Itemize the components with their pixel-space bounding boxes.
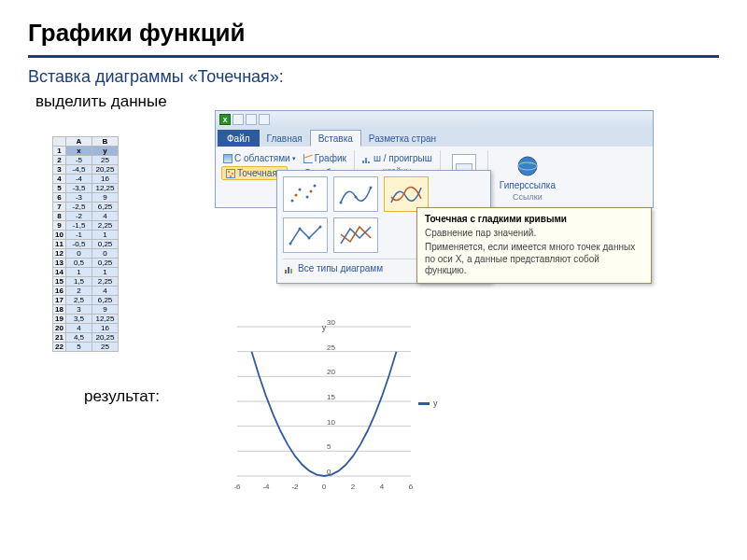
svg-point-14 — [319, 226, 322, 229]
sparkline-winloss-button[interactable]: ш / проигрыш — [360, 152, 434, 164]
svg-text:0: 0 — [322, 483, 327, 491]
hyperlink-button[interactable]: Гиперссылка — [494, 152, 561, 192]
svg-point-7 — [310, 190, 313, 193]
globe-icon — [515, 154, 540, 178]
result-chart: 051015202530-6-4-20246yy — [215, 317, 458, 495]
svg-text:2: 2 — [351, 483, 356, 491]
svg-point-12 — [299, 228, 302, 231]
svg-text:4: 4 — [380, 483, 385, 491]
result-label: результат: — [84, 387, 160, 406]
scatter-markers-option[interactable] — [283, 176, 328, 212]
svg-point-11 — [289, 243, 292, 245]
svg-point-4 — [306, 196, 309, 199]
svg-text:-4: -4 — [262, 483, 270, 491]
svg-text:y: y — [433, 399, 438, 408]
tab-insert[interactable]: Вставка — [310, 130, 361, 147]
line-chart-icon — [303, 154, 313, 163]
step-select-data: выделить данные — [35, 92, 719, 111]
col-header-a: A — [66, 137, 92, 147]
tooltip-subtitle: Сравнение пар значений. — [425, 228, 643, 238]
qat-redo-icon[interactable] — [259, 114, 270, 125]
excel-data-table: A B 1xy 2-525 3-4,520,25 4-416 5-3,512,2… — [52, 136, 119, 352]
chart-line-button[interactable]: График — [302, 152, 348, 164]
col-header-b: B — [92, 137, 119, 147]
svg-text:30: 30 — [327, 318, 335, 327]
svg-text:5: 5 — [327, 442, 331, 451]
svg-point-9 — [355, 196, 358, 199]
subtitle: Вставка диаграммы «Точечная»: — [28, 67, 719, 87]
svg-point-5 — [314, 185, 317, 188]
links-group-label: Ссылки — [494, 192, 561, 202]
scatter-straight-markers-option[interactable] — [283, 217, 328, 253]
svg-text:10: 10 — [327, 418, 335, 427]
svg-point-13 — [308, 237, 311, 240]
ribbon-group-links: Гиперссылка Ссылки — [492, 150, 567, 203]
qat-undo-icon[interactable] — [246, 114, 257, 125]
svg-text:6: 6 — [409, 483, 414, 491]
chart-type-tooltip: Точечная с гладкими кривыми Сравнение па… — [416, 207, 652, 284]
svg-point-8 — [340, 202, 343, 204]
all-charts-icon — [285, 264, 294, 273]
tab-page-layout[interactable]: Разметка стран — [361, 130, 444, 147]
tooltip-body: Применяется, если имеется много точек да… — [425, 242, 643, 277]
scatter-chart-icon — [226, 169, 235, 178]
chart-area-button[interactable]: С областями▾ — [221, 152, 298, 164]
svg-text:20: 20 — [327, 368, 335, 376]
scatter-smooth-markers-option[interactable] — [333, 176, 378, 212]
svg-point-6 — [295, 194, 298, 197]
tab-home[interactable]: Главная — [260, 130, 310, 147]
tab-file[interactable]: Файл — [218, 130, 260, 147]
svg-text:y: y — [322, 323, 327, 332]
chevron-down-icon: ▾ — [292, 155, 296, 162]
svg-point-2 — [291, 200, 294, 203]
area-chart-icon — [223, 154, 233, 163]
winloss-icon — [362, 154, 372, 163]
title-underline — [28, 55, 719, 58]
scatter-straight-option[interactable] — [333, 217, 378, 253]
excel-app-icon: X — [219, 114, 231, 125]
slide-title: Графики функций — [28, 19, 719, 48]
svg-text:25: 25 — [327, 343, 335, 352]
svg-point-0 — [518, 157, 537, 175]
svg-point-3 — [299, 189, 302, 191]
svg-text:-2: -2 — [291, 483, 299, 491]
svg-rect-37 — [418, 402, 430, 405]
svg-text:-6: -6 — [233, 483, 241, 491]
qat-save-icon[interactable] — [233, 114, 244, 125]
tooltip-title: Точечная с гладкими кривыми — [425, 214, 643, 224]
svg-point-10 — [370, 187, 373, 189]
svg-text:15: 15 — [327, 393, 335, 401]
